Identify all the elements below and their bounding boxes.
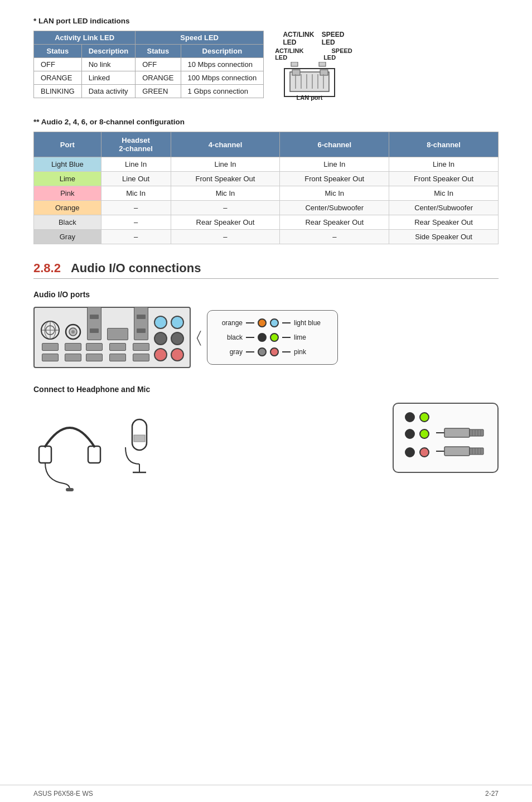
hd-row-2 <box>405 427 486 441</box>
arrow-bracket: 〈 <box>196 328 201 347</box>
dot-pink <box>270 347 279 356</box>
hd-dot-3b <box>419 447 429 457</box>
line-lime <box>282 337 291 338</box>
hd-dot-3a <box>405 447 415 457</box>
line-lightblue <box>282 322 291 323</box>
audio-section: ** Audio 2, 4, 6, or 8-channel configura… <box>33 118 499 244</box>
speed-label: SPEED LED <box>322 31 345 46</box>
port-item-5 <box>133 307 149 361</box>
hd-row-3 <box>405 445 486 459</box>
lan-section: * LAN port LED indications Activity Link… <box>33 17 499 101</box>
headphone-icons <box>33 403 162 492</box>
lan-table: Activity Link LED Speed LED Status Descr… <box>33 31 264 98</box>
dot-light-blue <box>270 318 279 327</box>
port-rect-5b <box>133 354 149 361</box>
port-wide-4 <box>107 328 128 340</box>
port-rect-4 <box>109 343 126 351</box>
section-name: Audio I/O connections <box>71 261 201 276</box>
table-row: Light BlueLine InLine InLine InLine In <box>34 157 499 172</box>
circle-port-icon <box>65 323 81 340</box>
audio-ports-area: 〈 orange light blue black lime gray <box>33 307 499 368</box>
audio-config-table: Port Headset2-channel 4-channel 6-channe… <box>33 132 499 244</box>
dot-black <box>258 333 267 342</box>
port-labels-diagram: orange light blue black lime gray <box>207 310 338 365</box>
act-link-label2: ACT/LINK <box>275 47 303 54</box>
circle-pair-6 <box>154 316 184 361</box>
table-row: LimeLine OutFront Speaker OutFront Speak… <box>34 172 499 186</box>
label-orange: orange <box>217 319 243 327</box>
hd-plug-svg-1 <box>436 427 486 439</box>
svg-text:LAN port: LAN port <box>297 94 323 101</box>
line-gray <box>246 351 254 352</box>
lan-content: Activity Link LED Speed LED Status Descr… <box>33 31 499 101</box>
line-pink <box>282 351 291 352</box>
port-item-3 <box>86 307 103 361</box>
col-4ch: 4-channel <box>171 132 280 157</box>
lan-title: * LAN port LED indications <box>33 17 499 25</box>
right-diagram-box <box>393 403 499 473</box>
svg-rect-0 <box>291 62 298 66</box>
port-item-4 <box>107 328 128 361</box>
headphone-title: Connect to Headphone and Mic <box>33 385 499 394</box>
lan-diagram: ACT/LINK LED SPEED LED ACT/LINK SPEED LE… <box>275 31 352 101</box>
col-headset: Headset2-channel <box>101 132 171 157</box>
svg-rect-21 <box>39 446 51 463</box>
big-port-panel <box>33 307 191 368</box>
lan-port-svg: LAN port <box>280 62 347 101</box>
svg-rect-30 <box>470 429 483 436</box>
label-gray: gray <box>217 348 243 356</box>
svg-rect-29 <box>444 428 470 437</box>
col-port: Port <box>34 132 101 157</box>
hd-plug-svg-2 <box>436 445 486 457</box>
port-rect-1b <box>42 354 59 361</box>
port-item-6 <box>154 316 184 361</box>
section-number: 2.8.2 <box>33 261 61 276</box>
port-slot-5a <box>137 315 146 319</box>
port-circle-g <box>154 332 167 345</box>
table-row: PinkMic InMic InMic InMic In <box>34 186 499 201</box>
label-light-blue: light blue <box>294 319 327 327</box>
svg-rect-4 <box>292 70 300 75</box>
table-row: BLINKINGData activityGREEN1 Gbps connect… <box>34 85 264 98</box>
dot-gray <box>258 347 267 356</box>
port-rect-2b <box>65 354 81 361</box>
label-black: black <box>217 334 243 341</box>
label-pink: pink <box>294 348 327 356</box>
hd-dot-2a <box>405 429 415 439</box>
port-rect-3 <box>86 343 103 351</box>
footer-page: 2-27 <box>485 790 499 798</box>
headphone-right-diagram <box>393 403 499 473</box>
port-rect-1 <box>42 343 59 351</box>
label-lime: lime <box>294 334 327 341</box>
table-row: OFFNo linkOFF10 Mbps connection <box>34 58 264 71</box>
desc-col2: Description <box>181 45 264 58</box>
hd-row-1 <box>405 412 486 422</box>
lan-led-labels: ACT/LINK LED SPEED LED <box>283 31 344 46</box>
footer-model: ASUS P6X58-E WS <box>33 790 93 798</box>
svg-rect-25 <box>134 435 145 442</box>
line-black <box>246 337 254 338</box>
port-circle-g2 <box>171 332 184 345</box>
audio-io-section: Audio I/O ports <box>33 290 499 368</box>
port-circle-lb <box>154 316 167 329</box>
headphone-section: Connect to Headphone and Mic <box>33 385 499 492</box>
speed-label2: SPEED <box>331 47 352 54</box>
dot-lime <box>270 333 279 342</box>
port-rect-2 <box>65 343 81 351</box>
globe-port-icon <box>40 320 60 340</box>
section-282-heading: 2.8.2 Audio I/O connections <box>33 261 499 279</box>
line-orange <box>246 322 254 323</box>
svg-rect-5 <box>320 70 328 75</box>
port-circle-lb2 <box>171 316 184 329</box>
headphone-icon <box>33 403 106 492</box>
audio-io-title: Audio I/O ports <box>33 290 499 299</box>
svg-rect-36 <box>444 447 470 456</box>
hd-connector-area-1 <box>436 427 486 441</box>
port-slot-3b <box>90 328 99 333</box>
act-link-label: ACT/LINK LED <box>283 31 314 46</box>
svg-point-20 <box>71 330 75 334</box>
table-row: ORANGELinkedORANGE100 Mbps connection <box>34 71 264 85</box>
port-item-2 <box>65 323 81 361</box>
dot-orange <box>258 318 267 327</box>
port-item-1 <box>40 320 60 361</box>
